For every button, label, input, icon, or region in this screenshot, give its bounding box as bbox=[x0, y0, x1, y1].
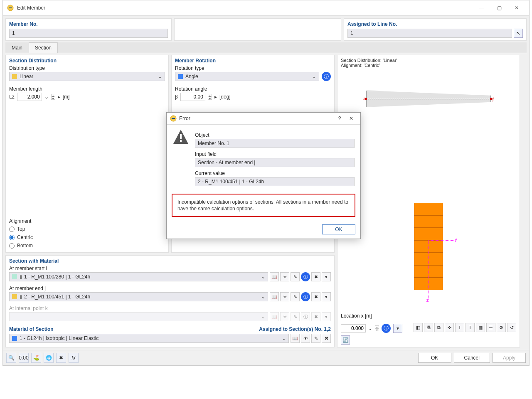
error-ok-button[interactable]: OK bbox=[322, 224, 355, 234]
maximize-button[interactable]: ▢ bbox=[491, 3, 507, 13]
refresh-preview-button[interactable]: 🔄 bbox=[341, 335, 350, 345]
rotation-angle-label: Rotation angle bbox=[175, 86, 331, 92]
library-button[interactable]: 📖 bbox=[291, 334, 300, 343]
cancel-button[interactable]: Cancel bbox=[454, 353, 490, 363]
distribution-type-value: Linear bbox=[20, 74, 33, 79]
error-title: Error bbox=[179, 116, 334, 121]
view-section-button[interactable]: ⧉ bbox=[434, 323, 443, 332]
view-grid-button[interactable]: ▦ bbox=[476, 323, 485, 332]
apply-button[interactable]: Apply bbox=[493, 353, 526, 363]
play-icon[interactable]: ▸ bbox=[214, 94, 217, 100]
error-value-label: Current value bbox=[195, 170, 355, 176]
alignment-top[interactable]: Top bbox=[9, 226, 165, 232]
section-distribution-title: Section Distribution bbox=[9, 58, 165, 64]
svg-rect-3 bbox=[172, 118, 175, 119]
tab-section[interactable]: Section bbox=[29, 42, 58, 53]
view-axes-button[interactable]: ✛ bbox=[445, 323, 454, 332]
swatch-icon bbox=[12, 274, 17, 279]
location-x-input[interactable] bbox=[341, 324, 366, 332]
view-list-button[interactable]: ☰ bbox=[486, 323, 495, 332]
alignment-centric[interactable]: Centric bbox=[9, 234, 165, 240]
ok-button[interactable]: OK bbox=[418, 353, 451, 363]
rotation-angle-input[interactable] bbox=[180, 93, 205, 101]
search-icon[interactable]: 🔍 bbox=[6, 353, 16, 363]
library-button[interactable]: 📖 bbox=[270, 272, 279, 281]
chevron-down-icon: ⌄ bbox=[261, 294, 265, 300]
fx-icon[interactable]: fx bbox=[69, 353, 79, 363]
units-icon[interactable]: 0.00 bbox=[19, 353, 29, 363]
chevron-down-icon[interactable]: ⌄ bbox=[44, 94, 49, 100]
coord-icon[interactable]: ⛳ bbox=[31, 353, 41, 363]
svg-rect-6 bbox=[180, 140, 182, 142]
section-end-dropdown[interactable]: ▮ 2 - R_M1 100/451 | 1 - GL24h ⌄ bbox=[9, 292, 268, 301]
delete-section-button[interactable]: ✖ bbox=[311, 272, 320, 281]
close-button[interactable]: ✕ bbox=[508, 3, 525, 13]
delete-section-button[interactable]: ✖ bbox=[311, 292, 320, 301]
tabbar: Main Section bbox=[5, 42, 527, 53]
reset-view-button[interactable]: ↺ bbox=[507, 323, 516, 332]
section-internal-dropdown: ⌄ bbox=[9, 312, 268, 321]
filter-button[interactable]: ▾ bbox=[322, 272, 331, 281]
error-field-value: Section - At member end j bbox=[195, 158, 355, 167]
pick-line-button[interactable]: ↖ bbox=[514, 29, 523, 38]
length-spinner[interactable]: ▲▼ bbox=[51, 94, 55, 100]
location-spinner[interactable]: ▲▼ bbox=[375, 325, 379, 331]
member-no-input[interactable] bbox=[9, 29, 168, 38]
minimize-button[interactable]: — bbox=[473, 3, 490, 13]
angle-unit: [deg] bbox=[219, 94, 231, 100]
axis-z-label: z bbox=[426, 298, 429, 303]
clear-icon[interactable]: ✖ bbox=[56, 353, 66, 363]
view-settings-button[interactable]: ⚙ bbox=[497, 323, 506, 332]
svg-rect-5 bbox=[180, 134, 182, 139]
section-start-dropdown[interactable]: ▮ 1 - R_M1 100/280 | 1 - GL24h ⌄ bbox=[9, 272, 268, 281]
info-icon[interactable]: ⓘ bbox=[382, 324, 391, 333]
chevron-down-icon: ⌄ bbox=[261, 314, 265, 320]
material-dropdown[interactable]: 1 - GL24h | Isotropic | Linear Elastic ⌄ bbox=[9, 334, 289, 343]
delete-material-button[interactable]: ✖ bbox=[322, 334, 331, 343]
alignment-bottom[interactable]: Bottom bbox=[9, 243, 165, 249]
info-icon[interactable]: ⓘ bbox=[322, 72, 331, 81]
play-icon[interactable]: ▸ bbox=[58, 94, 60, 100]
angle-spinner[interactable]: ▲▼ bbox=[208, 94, 212, 100]
member-rotation-title: Member Rotation bbox=[175, 58, 331, 64]
dialog-close-button[interactable]: ✕ bbox=[345, 116, 357, 121]
edit-material-button[interactable]: ✎ bbox=[311, 334, 320, 343]
section-with-material-panel: Section with Material At member start i … bbox=[5, 255, 335, 347]
section-material-title: Section with Material bbox=[9, 258, 331, 264]
swatch-icon bbox=[178, 74, 183, 79]
new-material-eye-button[interactable]: 👁 bbox=[301, 334, 310, 343]
new-section-button[interactable]: ✳ bbox=[280, 292, 289, 301]
rotation-type-dropdown[interactable]: Angle ⌄ bbox=[175, 72, 319, 81]
distribution-type-dropdown[interactable]: Linear ⌄ bbox=[9, 72, 165, 81]
view-iso-button[interactable]: ◧ bbox=[414, 323, 423, 332]
angle-symbol: β bbox=[175, 94, 178, 100]
member-length-input[interactable] bbox=[17, 93, 42, 101]
filter-button[interactable]: ▾ bbox=[322, 292, 331, 301]
length-unit: [m] bbox=[63, 94, 70, 100]
section-end-value: 2 - R_M1 100/451 | 1 - GL24h bbox=[24, 294, 90, 300]
edit-section-button[interactable]: ✎ bbox=[291, 292, 300, 301]
chevron-down-icon[interactable]: ⌄ bbox=[368, 325, 372, 331]
print-button[interactable]: 🖶 bbox=[424, 323, 433, 332]
assigned-line-input[interactable] bbox=[347, 29, 512, 38]
info-icon: ⓘ bbox=[301, 312, 310, 321]
filter-icon[interactable]: ▾ bbox=[393, 324, 402, 333]
library-button[interactable]: 📖 bbox=[270, 292, 279, 301]
view-tbeam-button[interactable]: T bbox=[466, 323, 475, 332]
edit-section-button[interactable]: ✎ bbox=[291, 272, 300, 281]
rotation-type-value: Angle bbox=[185, 74, 198, 79]
globe-icon[interactable]: 🌐 bbox=[44, 353, 54, 363]
help-button[interactable]: ? bbox=[334, 116, 345, 121]
swatch-icon bbox=[12, 294, 17, 299]
new-section-button[interactable]: ✳ bbox=[280, 272, 289, 281]
view-ibeam-button[interactable]: I bbox=[455, 323, 464, 332]
tab-main[interactable]: Main bbox=[5, 42, 29, 53]
info-icon[interactable]: ⓘ bbox=[301, 292, 310, 301]
section-internal-label: At internal point k bbox=[9, 305, 331, 311]
section-shape-icon: ▮ bbox=[20, 294, 22, 300]
distribution-type-label: Distribution type bbox=[9, 65, 165, 71]
edit-section-button: ✎ bbox=[291, 312, 300, 321]
info-icon[interactable]: ⓘ bbox=[301, 272, 310, 281]
preview-line2: Alignment: 'Centric' bbox=[341, 63, 516, 68]
error-object-value: Member No. 1 bbox=[195, 139, 355, 148]
